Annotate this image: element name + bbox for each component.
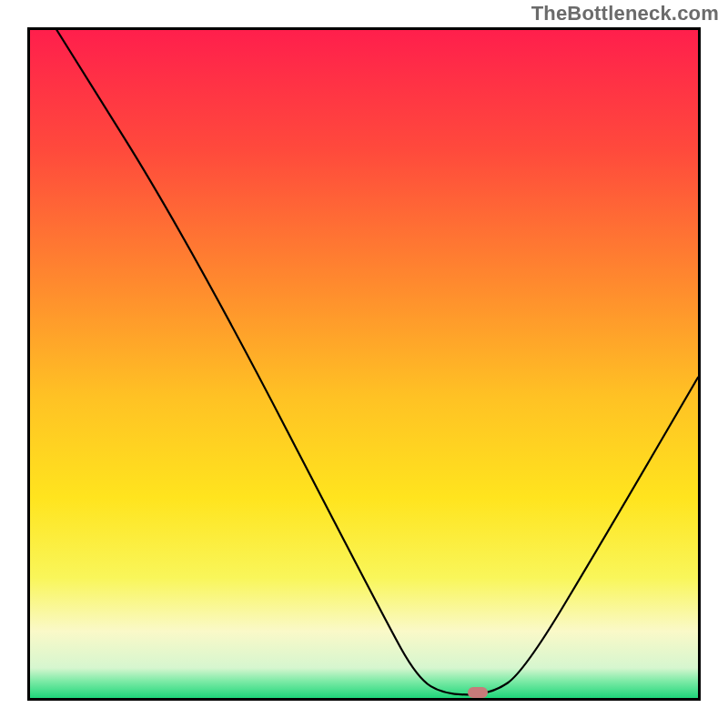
optimal-point-marker xyxy=(468,687,488,698)
bottleneck-curve xyxy=(30,30,698,698)
chart-frame: TheBottleneck.com xyxy=(0,0,728,728)
watermark-text: TheBottleneck.com xyxy=(531,2,719,25)
plot-area xyxy=(27,27,701,701)
